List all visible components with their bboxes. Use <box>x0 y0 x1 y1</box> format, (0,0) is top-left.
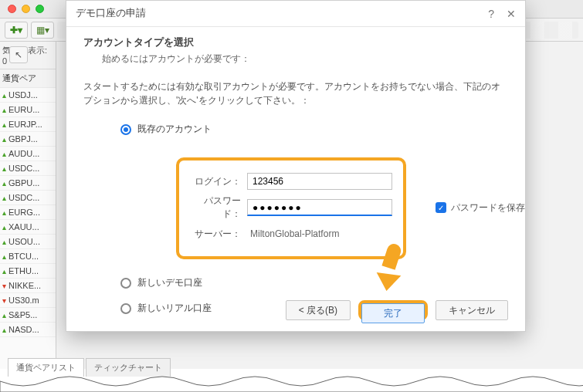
close-window-icon[interactable] <box>8 5 16 13</box>
symbol-row[interactable]: ▴USDJ... <box>0 88 56 103</box>
radio-existing-label: 既存のアカウント <box>137 123 212 136</box>
toolbar-button[interactable]: ▦▾ <box>31 22 54 39</box>
section-subtitle: 始めるにはアカウントが必要です： <box>102 52 508 66</box>
symbol-row[interactable]: ▴NASD... <box>0 323 56 337</box>
symbol-name: GBPU... <box>8 178 39 188</box>
dialog-footer: < 戻る(B) 完了 キャンセル <box>286 300 508 320</box>
symbol-row[interactable]: ▴GBPJ... <box>0 132 56 147</box>
radio-existing-account[interactable]: 既存のアカウント <box>120 123 508 136</box>
market-watch-tabs: 通貨ペアリスト ティックチャート <box>8 358 171 377</box>
symbol-row[interactable]: ▴BTCU... <box>0 249 56 264</box>
price-direction-icon: ▴ <box>2 252 6 261</box>
new-chart-button[interactable]: ✚▾ <box>5 22 28 39</box>
symbol-name: EURU... <box>8 105 39 114</box>
tab-tick-chart[interactable]: ティックチャート <box>86 358 171 377</box>
radio-new-real-label: 新しいリアル口座 <box>137 302 212 315</box>
intro-text: スタートするためには有効な取引アカウントが必要です。アカウントをお持ちでない場合… <box>83 79 508 107</box>
server-label: サーバー： <box>190 228 247 241</box>
symbol-name: USDC... <box>8 193 39 202</box>
zoom-window-icon[interactable] <box>36 5 44 13</box>
radio-new-demo-label: 新しいデモ口座 <box>137 276 202 289</box>
symbol-name: EURJP... <box>8 120 42 129</box>
symbol-row[interactable]: ▴USOU... <box>0 235 56 249</box>
server-value: MiltonGlobal-Platform <box>247 225 392 242</box>
login-label: ログイン： <box>190 175 247 188</box>
price-direction-icon: ▴ <box>2 267 6 275</box>
symbol-name: ETHU... <box>8 266 39 275</box>
price-direction-icon: ▴ <box>2 311 6 319</box>
price-direction-icon: ▴ <box>2 164 6 173</box>
finish-button[interactable]: 完了 <box>361 303 425 323</box>
price-direction-icon: ▴ <box>2 120 6 129</box>
symbol-name: GBPJ... <box>8 134 38 144</box>
symbol-name: BTCU... <box>8 252 39 261</box>
toolbar-more-2 <box>517 22 578 39</box>
symbol-row[interactable]: ▾NIKKE... <box>0 279 56 293</box>
tab-pair-list[interactable]: 通貨ペアリスト <box>8 358 84 377</box>
minimize-window-icon[interactable] <box>22 5 30 13</box>
symbol-row[interactable]: ▴EURG... <box>0 205 56 220</box>
symbol-row[interactable]: ▴EURJP... <box>0 117 56 132</box>
price-direction-icon: ▴ <box>2 223 6 231</box>
symbol-row[interactable]: ▴GBPU... <box>0 176 56 191</box>
radio-new-demo[interactable]: 新しいデモ口座 <box>120 276 508 289</box>
dialog-titlebar: デモ口座の申請 ? ✕ <box>66 1 525 27</box>
cancel-button[interactable]: キャンセル <box>436 300 508 320</box>
symbol-name: EURG... <box>8 208 40 217</box>
back-button[interactable]: < 戻る(B) <box>286 300 351 320</box>
symbol-row[interactable]: ▴XAUU... <box>0 220 56 235</box>
symbol-row[interactable]: ▾US30.m <box>0 293 56 308</box>
symbol-row[interactable]: ▴AUDU... <box>0 147 56 161</box>
symbol-name: S&P5... <box>8 310 37 319</box>
page-cut-decoration <box>0 375 583 392</box>
symbol-name: NIKKE... <box>8 281 41 290</box>
demo-account-dialog: デモ口座の申請 ? ✕ アカウントタイプを選択 始めるにはアカウントが必要です：… <box>66 0 526 332</box>
symbol-name: USDJ... <box>8 90 38 100</box>
section-title: アカウントタイプを選択 <box>83 36 508 49</box>
market-watch-panel: 気配値表示: 0 通貨ペア ▴USDJ...▴EURU...▴EURJP...▴… <box>0 42 56 369</box>
dialog-title: デモ口座の申請 <box>76 7 146 20</box>
symbol-row[interactable]: ▴USDC... <box>0 161 56 176</box>
help-icon[interactable]: ? <box>488 8 494 20</box>
close-icon[interactable]: ✕ <box>507 8 516 20</box>
price-direction-icon: ▴ <box>2 91 6 100</box>
price-direction-icon: ▴ <box>2 106 6 114</box>
price-direction-icon: ▴ <box>2 326 6 334</box>
symbol-name: NASD... <box>8 325 39 334</box>
price-direction-icon: ▴ <box>2 238 6 246</box>
login-input[interactable] <box>247 173 392 190</box>
save-password-label: パスワードを保存 <box>451 201 525 215</box>
price-direction-icon: ▴ <box>2 208 6 217</box>
price-direction-icon: ▴ <box>2 179 6 188</box>
symbol-row[interactable]: ▴S&P5... <box>0 308 56 323</box>
symbol-name: USOU... <box>8 237 40 246</box>
price-direction-icon: ▾ <box>2 296 6 305</box>
price-direction-icon: ▴ <box>2 135 6 144</box>
symbol-row[interactable]: ▴USDC... <box>0 191 56 205</box>
arrow-pointer-icon <box>371 243 402 291</box>
password-label: パスワード： <box>190 194 247 221</box>
password-input[interactable] <box>247 199 392 216</box>
price-direction-icon: ▾ <box>2 282 6 290</box>
pair-column-header: 通貨ペア <box>0 69 56 88</box>
symbol-name: AUDU... <box>8 149 39 158</box>
price-direction-icon: ▴ <box>2 194 6 202</box>
price-direction-icon: ▴ <box>2 150 6 158</box>
symbol-name: US30.m <box>8 296 39 305</box>
save-password-checkbox[interactable]: ✓ <box>436 202 446 213</box>
cursor-tool-button[interactable]: ↖ <box>9 46 28 63</box>
finish-button-highlight: 完了 <box>358 300 428 320</box>
symbol-name: XAUU... <box>8 222 39 231</box>
traffic-lights <box>8 5 44 13</box>
symbol-name: USDC... <box>8 164 39 173</box>
symbol-row[interactable]: ▴EURU... <box>0 103 56 117</box>
symbol-row[interactable]: ▴ETHU... <box>0 264 56 279</box>
